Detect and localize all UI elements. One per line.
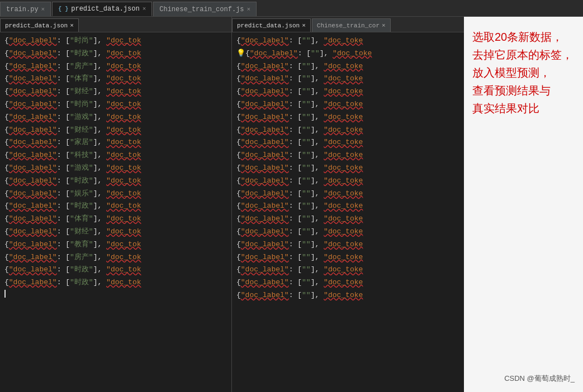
left-line-16: {"doc_label": ["财经"], "doc_tok xyxy=(0,226,231,238)
tab-predict-icon: { } xyxy=(58,6,68,12)
right-line-2: 💡{"doc_label": [""], "doc_toke xyxy=(232,47,464,60)
right-line-19: {"doc_label": [""], "doc_toke xyxy=(232,264,464,276)
main-content: predict_data.json × {"doc_label": ["时尚"]… xyxy=(0,17,583,392)
left-line-1: {"doc_label": ["时尚"], "doc_tok xyxy=(0,35,231,47)
top-tab-bar: train.py × { } predict_data.json × Chine… xyxy=(0,0,583,17)
tab-train-close[interactable]: × xyxy=(41,6,45,13)
right-line-5: {"doc_label": [""], "doc_toke xyxy=(232,85,464,98)
left-line-11: {"doc_label": ["游戏"], "doc_tok xyxy=(0,162,231,175)
right-tab-predict-label: predict_data.json xyxy=(237,22,300,29)
left-line-5: {"doc_label": ["财经"], "doc_tok xyxy=(0,85,231,98)
right-tab-chinese-label: Chinese_train_cor xyxy=(317,22,380,29)
tab-train[interactable]: train.py × xyxy=(0,2,51,16)
annotation-panel: 选取20条新数据， 去掉它原本的标签， 放入模型预测， 查看预测结果与 真实结果… xyxy=(464,17,583,392)
right-code-area: {"doc_label": [""], "doc_toke 💡{"doc_lab… xyxy=(232,32,464,392)
left-code-area: {"doc_label": ["时尚"], "doc_tok {"doc_lab… xyxy=(0,32,231,392)
tab-chinese-close[interactable]: × xyxy=(247,6,251,13)
right-line-9: {"doc_label": [""], "doc_toke xyxy=(232,136,464,149)
right-line-8: {"doc_label": [""], "doc_toke xyxy=(232,124,464,137)
left-line-2: {"doc_label": ["时政"], "doc_tok xyxy=(0,47,231,60)
left-line-13: {"doc_label": ["娱乐"], "doc_tok xyxy=(0,188,231,200)
right-tab-chinese[interactable]: Chinese_train_cor × xyxy=(312,18,391,32)
tab-predict[interactable]: { } predict_data.json × xyxy=(52,2,152,16)
left-line-7: {"doc_label": ["游戏"], "doc_tok xyxy=(0,111,231,124)
tab-predict-close[interactable]: × xyxy=(143,6,146,12)
left-line-8: {"doc_label": ["财经"], "doc_tok xyxy=(0,124,231,137)
right-line-20: {"doc_label": [""], "doc_toke xyxy=(232,276,464,289)
left-cursor-line xyxy=(0,289,231,298)
right-tab-bar: predict_data.json × Chinese_train_cor × xyxy=(232,17,464,32)
tab-chinese-train-label: Chinese_train_conf.js xyxy=(159,6,244,13)
annotation-footer: CSDN @葡萄成熟时_ xyxy=(504,374,575,384)
right-line-12: {"doc_label": [""], "doc_toke xyxy=(232,175,464,188)
right-line-11: {"doc_label": [""], "doc_toke xyxy=(232,162,464,175)
text-cursor xyxy=(4,290,6,298)
left-line-6: {"doc_label": ["时尚"], "doc_tok xyxy=(0,98,231,111)
tab-predict-label: predict_data.json xyxy=(71,5,139,13)
right-line-1: {"doc_label": [""], "doc_toke xyxy=(232,35,464,47)
right-line-21: {"doc_label": [""], "doc_toke xyxy=(232,289,464,302)
right-line-14: {"doc_label": [""], "doc_toke xyxy=(232,200,464,213)
left-line-14: {"doc_label": ["时政"], "doc_tok xyxy=(0,200,231,213)
right-line-6: {"doc_label": [""], "doc_toke xyxy=(232,98,464,111)
right-line-4: {"doc_label": [""], "doc_toke xyxy=(232,73,464,85)
right-line-7: {"doc_label": [""], "doc_toke xyxy=(232,111,464,124)
left-line-15: {"doc_label": ["体育"], "doc_tok xyxy=(0,213,231,226)
right-line-3: {"doc_label": [""], "doc_toke xyxy=(232,60,464,73)
right-tab-chinese-close[interactable]: × xyxy=(382,22,386,29)
left-line-9: {"doc_label": ["家居"], "doc_tok xyxy=(0,136,231,149)
left-tab-predict-close[interactable]: × xyxy=(70,22,74,29)
left-panel: predict_data.json × {"doc_label": ["时尚"]… xyxy=(0,17,232,392)
left-line-3: {"doc_label": ["房产"], "doc_tok xyxy=(0,60,231,73)
left-line-4: {"doc_label": ["体育"], "doc_tok xyxy=(0,73,231,85)
lightbulb-icon: 💡 xyxy=(236,49,245,58)
left-tab-bar: predict_data.json × xyxy=(0,17,231,32)
annotation-text: 选取20条新数据， 去掉它原本的标签， 放入模型预测， 查看预测结果与 真实结果… xyxy=(472,28,575,117)
tab-chinese-train[interactable]: Chinese_train_conf.js × xyxy=(153,2,257,16)
right-line-15: {"doc_label": [""], "doc_toke xyxy=(232,213,464,226)
left-line-20: {"doc_label": ["时政"], "doc_tok xyxy=(0,276,231,289)
left-line-10: {"doc_label": ["科技"], "doc_tok xyxy=(0,149,231,162)
left-tab-predict[interactable]: predict_data.json × xyxy=(0,18,79,32)
right-line-13: {"doc_label": [""], "doc_toke xyxy=(232,188,464,200)
right-line-16: {"doc_label": [""], "doc_toke xyxy=(232,226,464,238)
right-panel: predict_data.json × Chinese_train_cor × … xyxy=(232,17,464,392)
right-tab-predict-close[interactable]: × xyxy=(302,22,306,29)
left-tab-predict-label: predict_data.json xyxy=(5,22,68,29)
left-line-17: {"doc_label": ["教育"], "doc_tok xyxy=(0,238,231,251)
tab-train-label: train.py xyxy=(6,6,39,13)
left-line-18: {"doc_label": ["房产"], "doc_tok xyxy=(0,251,231,264)
right-line-10: {"doc_label": [""], "doc_toke xyxy=(232,149,464,162)
right-line-18: {"doc_label": [""], "doc_toke xyxy=(232,251,464,264)
right-tab-predict[interactable]: predict_data.json × xyxy=(232,18,311,32)
left-line-19: {"doc_label": ["时政"], "doc_tok xyxy=(0,264,231,276)
right-line-17: {"doc_label": [""], "doc_toke xyxy=(232,238,464,251)
left-line-12: {"doc_label": ["时政"], "doc_tok xyxy=(0,175,231,188)
